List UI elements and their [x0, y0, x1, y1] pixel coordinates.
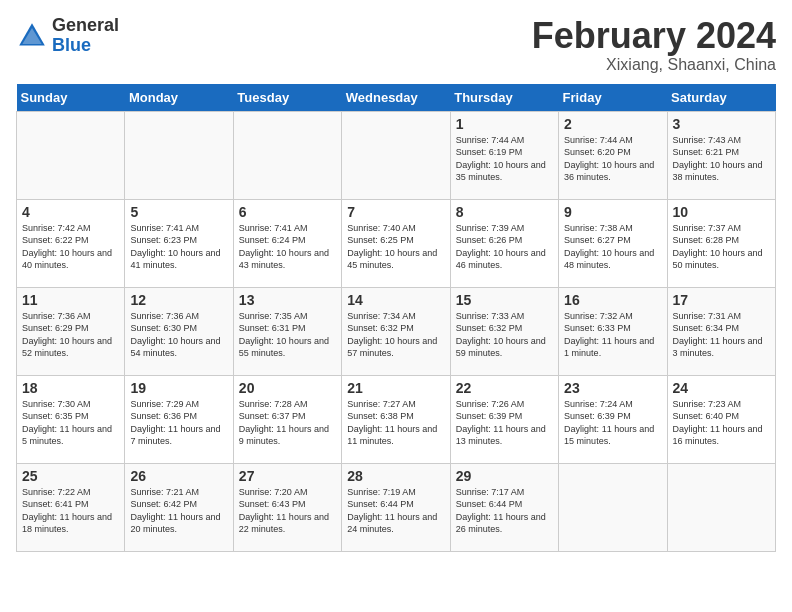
day-number: 16 [564, 292, 661, 308]
month-title: February 2024 [532, 16, 776, 56]
day-info: Sunrise: 7:20 AM Sunset: 6:43 PM Dayligh… [239, 486, 336, 536]
day-info: Sunrise: 7:21 AM Sunset: 6:42 PM Dayligh… [130, 486, 227, 536]
day-number: 2 [564, 116, 661, 132]
day-info: Sunrise: 7:32 AM Sunset: 6:33 PM Dayligh… [564, 310, 661, 360]
day-number: 1 [456, 116, 553, 132]
calendar-cell [233, 111, 341, 199]
day-number: 28 [347, 468, 444, 484]
day-info: Sunrise: 7:41 AM Sunset: 6:24 PM Dayligh… [239, 222, 336, 272]
calendar-cell: 3Sunrise: 7:43 AM Sunset: 6:21 PM Daylig… [667, 111, 775, 199]
day-header-row: SundayMondayTuesdayWednesdayThursdayFrid… [17, 84, 776, 112]
day-number: 25 [22, 468, 119, 484]
location: Xixiang, Shaanxi, China [532, 56, 776, 74]
day-number: 24 [673, 380, 770, 396]
calendar-cell [559, 463, 667, 551]
logo: General Blue [16, 16, 119, 56]
day-header-monday: Monday [125, 84, 233, 112]
calendar-cell: 5Sunrise: 7:41 AM Sunset: 6:23 PM Daylig… [125, 199, 233, 287]
day-info: Sunrise: 7:44 AM Sunset: 6:20 PM Dayligh… [564, 134, 661, 184]
calendar-cell: 4Sunrise: 7:42 AM Sunset: 6:22 PM Daylig… [17, 199, 125, 287]
day-info: Sunrise: 7:30 AM Sunset: 6:35 PM Dayligh… [22, 398, 119, 448]
calendar-cell: 12Sunrise: 7:36 AM Sunset: 6:30 PM Dayli… [125, 287, 233, 375]
day-info: Sunrise: 7:22 AM Sunset: 6:41 PM Dayligh… [22, 486, 119, 536]
calendar-cell [17, 111, 125, 199]
day-number: 27 [239, 468, 336, 484]
day-number: 17 [673, 292, 770, 308]
day-info: Sunrise: 7:39 AM Sunset: 6:26 PM Dayligh… [456, 222, 553, 272]
calendar-cell [125, 111, 233, 199]
calendar-cell: 28Sunrise: 7:19 AM Sunset: 6:44 PM Dayli… [342, 463, 450, 551]
calendar-cell: 2Sunrise: 7:44 AM Sunset: 6:20 PM Daylig… [559, 111, 667, 199]
calendar-cell: 16Sunrise: 7:32 AM Sunset: 6:33 PM Dayli… [559, 287, 667, 375]
calendar-cell: 21Sunrise: 7:27 AM Sunset: 6:38 PM Dayli… [342, 375, 450, 463]
week-row-3: 11Sunrise: 7:36 AM Sunset: 6:29 PM Dayli… [17, 287, 776, 375]
day-number: 6 [239, 204, 336, 220]
calendar-cell: 18Sunrise: 7:30 AM Sunset: 6:35 PM Dayli… [17, 375, 125, 463]
day-info: Sunrise: 7:35 AM Sunset: 6:31 PM Dayligh… [239, 310, 336, 360]
calendar-cell: 15Sunrise: 7:33 AM Sunset: 6:32 PM Dayli… [450, 287, 558, 375]
calendar-cell: 26Sunrise: 7:21 AM Sunset: 6:42 PM Dayli… [125, 463, 233, 551]
calendar-cell: 29Sunrise: 7:17 AM Sunset: 6:44 PM Dayli… [450, 463, 558, 551]
day-info: Sunrise: 7:29 AM Sunset: 6:36 PM Dayligh… [130, 398, 227, 448]
day-info: Sunrise: 7:24 AM Sunset: 6:39 PM Dayligh… [564, 398, 661, 448]
day-header-saturday: Saturday [667, 84, 775, 112]
day-number: 15 [456, 292, 553, 308]
day-number: 9 [564, 204, 661, 220]
day-info: Sunrise: 7:36 AM Sunset: 6:30 PM Dayligh… [130, 310, 227, 360]
calendar-cell: 25Sunrise: 7:22 AM Sunset: 6:41 PM Dayli… [17, 463, 125, 551]
day-number: 26 [130, 468, 227, 484]
day-info: Sunrise: 7:41 AM Sunset: 6:23 PM Dayligh… [130, 222, 227, 272]
day-info: Sunrise: 7:28 AM Sunset: 6:37 PM Dayligh… [239, 398, 336, 448]
title-block: February 2024 Xixiang, Shaanxi, China [532, 16, 776, 74]
calendar-cell: 9Sunrise: 7:38 AM Sunset: 6:27 PM Daylig… [559, 199, 667, 287]
calendar-cell: 20Sunrise: 7:28 AM Sunset: 6:37 PM Dayli… [233, 375, 341, 463]
logo-text: General Blue [52, 16, 119, 56]
day-info: Sunrise: 7:42 AM Sunset: 6:22 PM Dayligh… [22, 222, 119, 272]
day-info: Sunrise: 7:36 AM Sunset: 6:29 PM Dayligh… [22, 310, 119, 360]
day-info: Sunrise: 7:43 AM Sunset: 6:21 PM Dayligh… [673, 134, 770, 184]
day-header-thursday: Thursday [450, 84, 558, 112]
calendar-cell: 19Sunrise: 7:29 AM Sunset: 6:36 PM Dayli… [125, 375, 233, 463]
week-row-1: 1Sunrise: 7:44 AM Sunset: 6:19 PM Daylig… [17, 111, 776, 199]
day-number: 19 [130, 380, 227, 396]
calendar-cell: 14Sunrise: 7:34 AM Sunset: 6:32 PM Dayli… [342, 287, 450, 375]
day-header-wednesday: Wednesday [342, 84, 450, 112]
day-info: Sunrise: 7:27 AM Sunset: 6:38 PM Dayligh… [347, 398, 444, 448]
day-number: 18 [22, 380, 119, 396]
calendar-cell: 10Sunrise: 7:37 AM Sunset: 6:28 PM Dayli… [667, 199, 775, 287]
day-info: Sunrise: 7:23 AM Sunset: 6:40 PM Dayligh… [673, 398, 770, 448]
calendar-cell: 7Sunrise: 7:40 AM Sunset: 6:25 PM Daylig… [342, 199, 450, 287]
logo-icon [16, 20, 48, 52]
day-info: Sunrise: 7:40 AM Sunset: 6:25 PM Dayligh… [347, 222, 444, 272]
day-info: Sunrise: 7:34 AM Sunset: 6:32 PM Dayligh… [347, 310, 444, 360]
day-info: Sunrise: 7:17 AM Sunset: 6:44 PM Dayligh… [456, 486, 553, 536]
day-info: Sunrise: 7:44 AM Sunset: 6:19 PM Dayligh… [456, 134, 553, 184]
day-number: 11 [22, 292, 119, 308]
week-row-2: 4Sunrise: 7:42 AM Sunset: 6:22 PM Daylig… [17, 199, 776, 287]
day-info: Sunrise: 7:33 AM Sunset: 6:32 PM Dayligh… [456, 310, 553, 360]
week-row-4: 18Sunrise: 7:30 AM Sunset: 6:35 PM Dayli… [17, 375, 776, 463]
day-number: 4 [22, 204, 119, 220]
day-number: 22 [456, 380, 553, 396]
day-number: 14 [347, 292, 444, 308]
calendar-cell: 11Sunrise: 7:36 AM Sunset: 6:29 PM Dayli… [17, 287, 125, 375]
calendar-table: SundayMondayTuesdayWednesdayThursdayFrid… [16, 84, 776, 552]
day-number: 7 [347, 204, 444, 220]
day-number: 13 [239, 292, 336, 308]
day-info: Sunrise: 7:38 AM Sunset: 6:27 PM Dayligh… [564, 222, 661, 272]
day-number: 23 [564, 380, 661, 396]
calendar-cell: 6Sunrise: 7:41 AM Sunset: 6:24 PM Daylig… [233, 199, 341, 287]
day-number: 20 [239, 380, 336, 396]
calendar-cell: 8Sunrise: 7:39 AM Sunset: 6:26 PM Daylig… [450, 199, 558, 287]
page-header: General Blue February 2024 Xixiang, Shaa… [16, 16, 776, 74]
calendar-cell [342, 111, 450, 199]
day-header-sunday: Sunday [17, 84, 125, 112]
day-number: 5 [130, 204, 227, 220]
calendar-cell: 23Sunrise: 7:24 AM Sunset: 6:39 PM Dayli… [559, 375, 667, 463]
day-header-friday: Friday [559, 84, 667, 112]
day-number: 21 [347, 380, 444, 396]
calendar-cell: 13Sunrise: 7:35 AM Sunset: 6:31 PM Dayli… [233, 287, 341, 375]
day-info: Sunrise: 7:31 AM Sunset: 6:34 PM Dayligh… [673, 310, 770, 360]
day-number: 29 [456, 468, 553, 484]
calendar-cell: 1Sunrise: 7:44 AM Sunset: 6:19 PM Daylig… [450, 111, 558, 199]
